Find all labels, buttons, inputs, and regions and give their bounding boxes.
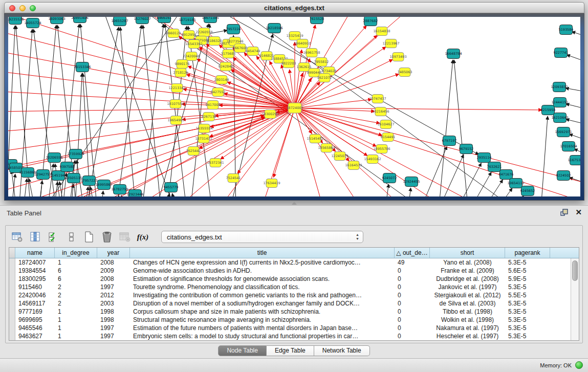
graph-edge[interactable] (295, 99, 372, 108)
scrollbar-thumb[interactable] (572, 260, 578, 281)
graph-edge[interactable] (438, 60, 453, 196)
tab-edge-table[interactable]: Edge Table (267, 345, 314, 356)
graph-node-label: 9227741 (554, 51, 569, 55)
table-cell: 0 (395, 291, 430, 299)
graph-edge[interactable] (295, 108, 580, 186)
graph-edge[interactable] (566, 119, 580, 127)
row-gutter (9, 291, 15, 299)
table-row[interactable]: 1830029562008Estimation of significance … (9, 275, 571, 283)
graph-edge[interactable] (572, 32, 580, 40)
table-cell: 14569117 (15, 299, 55, 308)
graph-node-label: 12093832 (551, 85, 568, 89)
delete-table-icon[interactable] (118, 230, 132, 244)
graph-nodes[interactable]: 1872400786601238912954222605581627508116… (8, 17, 580, 196)
graph-node-label: 17634419 (263, 181, 280, 185)
graph-node-label: 15692971 (555, 130, 572, 134)
graph-node-label: 12245073 (331, 154, 348, 158)
column-header-short[interactable]: short (430, 248, 505, 258)
tab-network-table[interactable]: Network Table (314, 345, 370, 356)
graph-node-label: 8660123 (166, 31, 181, 35)
graph-edge[interactable] (8, 71, 295, 108)
table-select-combobox[interactable]: citations_edges.txt ▲▼ (161, 231, 363, 243)
function-builder-icon[interactable]: f(x) (136, 230, 149, 244)
table-row[interactable]: 1456911722003Disruption of a novel membe… (9, 299, 571, 308)
table-toolbar: f(x) citations_edges.txt ▲▼ (11, 229, 363, 245)
table-row[interactable]: 946362711997Embryonic stem cells: a mode… (9, 332, 571, 340)
graph-edge[interactable] (384, 184, 388, 196)
graph-node-label: 16104627 (377, 122, 394, 126)
row-height-icon[interactable] (64, 230, 78, 244)
delete-rows-icon[interactable] (100, 230, 114, 244)
table-row[interactable]: 977716911998Corpus callosum shape and si… (9, 308, 571, 316)
graph-edge[interactable] (567, 55, 580, 65)
table-cell: Dudbridge et al. (2008) (430, 275, 505, 283)
graph-node-label: 3175685 (221, 52, 236, 56)
table-row[interactable]: 1938455462009Genome-wide association stu… (9, 267, 571, 275)
graph-node-label: 2887682 (363, 19, 378, 23)
select-column-icon[interactable] (29, 230, 42, 244)
table-row[interactable]: 1872400712008Changes of HCN gene express… (9, 258, 571, 267)
splitter-grip-icon[interactable] (292, 202, 297, 205)
table-cell: Jankovic et al. (1997) (430, 283, 505, 291)
table-cell: 0 (395, 324, 430, 332)
graph-edge[interactable] (8, 30, 295, 108)
graph-edge[interactable] (141, 24, 164, 196)
graph-edge[interactable] (120, 27, 136, 196)
column-header-name[interactable]: name (15, 248, 55, 258)
table-row[interactable]: 969969511998Structural magnetic resonanc… (9, 316, 571, 324)
graph-node-label: 2935114 (477, 156, 492, 160)
column-header-title[interactable]: title (130, 248, 395, 258)
graph-svg[interactable]: 1872400786601238912954222605581627508116… (8, 17, 580, 196)
graph-node-label: 11156869 (19, 170, 36, 174)
table-cell: 9115460 (15, 283, 55, 291)
table-cell: Investigating the contribution of common… (130, 291, 395, 299)
graph-edge[interactable] (100, 191, 103, 196)
graph-node-label: 19218596 (266, 26, 282, 30)
tab-node-table[interactable]: Node Table (218, 345, 267, 356)
close-panel-icon[interactable]: ✕ (575, 208, 582, 217)
graph-node-label: 9245072 (382, 176, 397, 180)
graph-node-label: 13505135 (65, 176, 82, 180)
graph-edge[interactable] (23, 179, 27, 196)
graph-node-label: 17016504 (560, 144, 577, 148)
graph-edge[interactable] (203, 17, 479, 155)
table-cell: 2003 (97, 299, 130, 308)
float-window-icon[interactable] (560, 209, 569, 216)
status-bar: Memory: OK (0, 358, 588, 372)
graph-edge[interactable] (295, 108, 412, 196)
graph-edge[interactable] (407, 188, 411, 196)
graph-edge[interactable] (540, 116, 548, 196)
vertical-scrollbar[interactable] (571, 258, 579, 340)
graph-node-label: 16648784 (445, 52, 462, 56)
table-row[interactable]: 911546021997Tourette syndrome. Phenomeno… (9, 283, 571, 291)
panel-splitter[interactable] (0, 201, 588, 205)
graph-edge[interactable] (143, 25, 162, 196)
graph-node-label: 10654112 (507, 181, 524, 185)
graph-edge[interactable] (507, 195, 524, 196)
new-table-icon[interactable] (82, 230, 96, 244)
select-rows-icon[interactable] (47, 230, 60, 244)
graph-edge[interactable] (85, 27, 119, 196)
graph-edge[interactable] (295, 50, 302, 108)
row-gutter (9, 299, 15, 308)
column-header-in_degree[interactable]: in_degree (55, 248, 97, 258)
table-cell: Stergiakouli et al. (2012) (430, 291, 505, 299)
column-header-out_de[interactable]: △ out_de… (395, 248, 430, 258)
graph-node-label: 12942757 (34, 172, 51, 177)
window-titlebar[interactable]: citations_edges.txt (4, 2, 584, 13)
graph-edge[interactable] (274, 108, 295, 178)
graph-edge[interactable] (566, 104, 580, 112)
table-cell: 0 (395, 283, 430, 291)
table-cell: 5.5E-5 (505, 291, 550, 299)
table-settings-icon[interactable] (11, 230, 24, 244)
table-row[interactable]: 946554611997Estimation of the future num… (9, 324, 571, 332)
graph-edge[interactable] (295, 108, 380, 123)
table-cell: Hescheler et al. (1997) (430, 332, 505, 340)
graph-edge[interactable] (454, 60, 469, 196)
column-header-year[interactable]: year (97, 248, 130, 258)
graph-edge[interactable] (172, 193, 177, 196)
graph-node-label: 16995867 (95, 183, 112, 187)
network-canvas[interactable]: 1872400786601238912954222605581627508116… (8, 17, 580, 196)
table-row[interactable]: 2242004622012Investigating the contribut… (9, 291, 571, 299)
column-header-pagerank[interactable]: pagerank (505, 248, 550, 258)
